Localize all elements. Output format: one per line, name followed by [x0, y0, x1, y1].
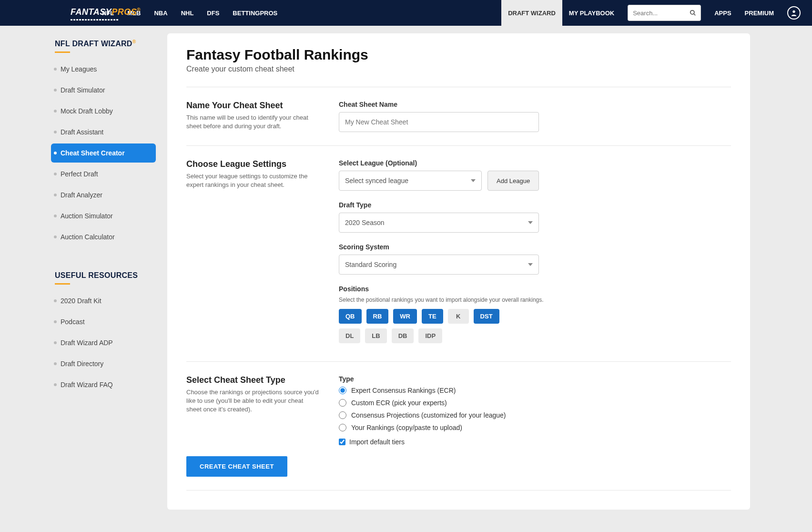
resource-item-2020-draft-kit[interactable]: 2020 Draft Kit	[51, 291, 156, 310]
page-title: Fantasy Football Rankings	[186, 47, 731, 63]
topbar: FANTASYPROS® NFLMLBNBANHLDFSBETTINGPROS …	[0, 0, 812, 26]
divider	[186, 361, 731, 362]
type-radio-3[interactable]	[339, 424, 346, 431]
sidebar-item-draft-analyzer[interactable]: Draft Analyzer	[51, 185, 156, 205]
name-section-desc: This name will be used to identify your …	[186, 113, 320, 131]
position-chip-rb[interactable]: RB	[366, 309, 389, 324]
topnav-link-premium[interactable]: PREMIUM	[738, 0, 781, 26]
position-chip-wr[interactable]: WR	[393, 309, 417, 324]
position-chip-te[interactable]: TE	[422, 309, 443, 324]
user-icon	[790, 9, 798, 17]
name-section-title: Name Your Cheat Sheet	[186, 101, 320, 111]
type-radio-group: Expert Consensus Rankings (ECR)Custom EC…	[339, 387, 731, 431]
svg-point-2	[792, 10, 795, 13]
sidebar-item-cheat-sheet-creator[interactable]: Cheat Sheet Creator	[51, 143, 156, 163]
topnav-link-draft-wizard[interactable]: DRAFT WIZARD	[501, 0, 562, 26]
search-input[interactable]	[628, 5, 685, 21]
draft-type-dropdown[interactable]: 2020 Season	[339, 213, 539, 233]
type-section-title: Select Cheat Sheet Type	[186, 375, 320, 385]
position-chip-dl[interactable]: DL	[339, 328, 360, 343]
type-radio-label: Expert Consensus Rankings (ECR)	[351, 387, 456, 394]
position-chip-dst[interactable]: DST	[474, 309, 499, 324]
scoring-label: Scoring System	[339, 243, 731, 251]
league-section-desc: Select your league settings to customize…	[186, 172, 320, 189]
type-section-desc: Choose the rankings or projections sourc…	[186, 388, 320, 414]
topnav-link-nhl[interactable]: NHL	[174, 0, 201, 26]
type-radio-1[interactable]	[339, 399, 346, 407]
select-league-label: Select League (Optional)	[339, 159, 731, 167]
sidebar-item-draft-assistant[interactable]: Draft Assistant	[51, 123, 156, 142]
topnav-link-dfs[interactable]: DFS	[200, 0, 226, 26]
draft-type-label: Draft Type	[339, 201, 731, 209]
resources-title: USEFUL RESOURCES	[51, 266, 156, 284]
position-chip-idp[interactable]: IDP	[418, 328, 442, 343]
positions-label: Positions	[339, 285, 731, 293]
sidebar-menu: My LeaguesDraft SimulatorMock Draft Lobb…	[51, 60, 156, 246]
type-radio-label: Consensus Projections (customized for yo…	[351, 411, 506, 419]
sidebar-item-auction-calculator[interactable]: Auction Calculator	[51, 227, 156, 246]
topnav-link-nba[interactable]: NBA	[147, 0, 174, 26]
sidebar-item-my-leagues[interactable]: My Leagues	[51, 60, 156, 79]
add-league-button[interactable]: Add League	[487, 171, 539, 191]
logo[interactable]: FANTASYPROS®	[0, 7, 76, 19]
positions-row: DLLBDBIDP	[339, 328, 731, 343]
sidebar-item-draft-simulator[interactable]: Draft Simulator	[51, 81, 156, 100]
divider	[186, 145, 731, 146]
avatar[interactable]	[787, 6, 801, 20]
type-option-2[interactable]: Consensus Projections (customized for yo…	[339, 411, 731, 419]
sidebar-item-auction-simulator[interactable]: Auction Simulator	[51, 206, 156, 225]
position-chip-qb[interactable]: QB	[339, 309, 362, 324]
import-tiers-checkbox[interactable]	[339, 439, 345, 445]
page-subtitle: Create your custom cheat sheet	[186, 65, 731, 73]
resource-item-draft-wizard-faq[interactable]: Draft Wizard FAQ	[51, 375, 156, 394]
topnav-right: DRAFT WIZARDMY PLAYBOOK APPSPREMIUM	[501, 0, 801, 26]
scoring-dropdown[interactable]: Standard Scoring	[339, 255, 539, 275]
type-option-1[interactable]: Custom ECR (pick your experts)	[339, 399, 731, 407]
import-tiers-label[interactable]: Import default tiers	[349, 438, 405, 446]
svg-line-1	[693, 14, 695, 16]
search-icon	[690, 10, 696, 16]
type-radio-2[interactable]	[339, 411, 346, 419]
divider	[186, 490, 731, 491]
positions-row: QBRBWRTEKDST	[339, 309, 731, 324]
resources-menu: 2020 Draft KitPodcastDraft Wizard ADPDra…	[51, 291, 156, 394]
resource-item-draft-wizard-adp[interactable]: Draft Wizard ADP	[51, 333, 156, 352]
search-button[interactable]	[685, 5, 701, 21]
position-chip-k[interactable]: K	[448, 309, 469, 324]
type-option-0[interactable]: Expert Consensus Rankings (ECR)	[339, 387, 731, 394]
svg-point-0	[690, 10, 694, 14]
cheatsheet-name-input[interactable]	[339, 112, 539, 132]
sidebar-title: NFL DRAFT WIZARD®	[51, 33, 156, 52]
positions-desc: Select the positional rankings you want …	[339, 297, 731, 303]
type-radio-label: Your Rankings (copy/paste to upload)	[351, 424, 462, 431]
sidebar-item-mock-draft-lobby[interactable]: Mock Draft Lobby	[51, 102, 156, 121]
topnav-link-bettingpros[interactable]: BETTINGPROS	[226, 0, 284, 26]
league-section-title: Choose League Settings	[186, 159, 320, 169]
divider	[186, 87, 731, 87]
searchbox	[628, 5, 701, 21]
topnav-link-apps[interactable]: APPS	[708, 0, 738, 26]
resource-item-draft-directory[interactable]: Draft Directory	[51, 354, 156, 373]
cheatsheet-name-label: Cheat Sheet Name	[339, 101, 731, 108]
topnav-link-my-playbook[interactable]: MY PLAYBOOK	[562, 0, 621, 26]
type-option-3[interactable]: Your Rankings (copy/paste to upload)	[339, 424, 731, 431]
select-league-dropdown[interactable]: Select synced league	[339, 171, 482, 191]
sidebar: NFL DRAFT WIZARD® My LeaguesDraft Simula…	[51, 33, 156, 396]
type-radio-label: Custom ECR (pick your experts)	[351, 399, 447, 407]
position-chip-db[interactable]: DB	[392, 328, 414, 343]
sidebar-item-perfect-draft[interactable]: Perfect Draft	[51, 164, 156, 184]
main-card: Fantasy Football Rankings Create your cu…	[167, 33, 750, 510]
type-field-label: Type	[339, 375, 731, 383]
resource-item-podcast[interactable]: Podcast	[51, 312, 156, 331]
create-cheatsheet-button[interactable]: CREATE CHEAT SHEET	[186, 456, 287, 477]
type-radio-0[interactable]	[339, 387, 346, 394]
position-chip-lb[interactable]: LB	[365, 328, 386, 343]
